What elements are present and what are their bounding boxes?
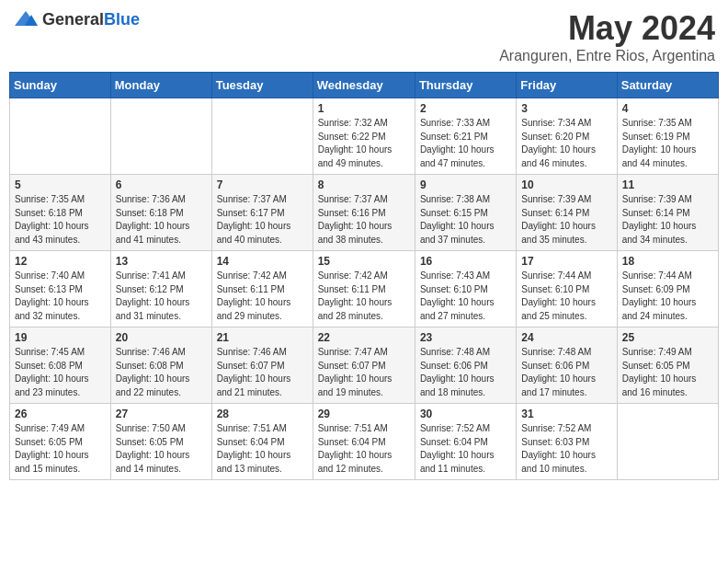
- calendar-day-cell: 24Sunrise: 7:48 AM Sunset: 6:06 PM Dayli…: [517, 327, 617, 404]
- calendar-day-cell: [10, 98, 111, 175]
- day-number: 2: [420, 102, 511, 115]
- day-number: 12: [15, 255, 106, 268]
- day-info: Sunrise: 7:46 AM Sunset: 6:08 PM Dayligh…: [116, 346, 207, 399]
- calendar-day-cell: 9Sunrise: 7:38 AM Sunset: 6:15 PM Daylig…: [415, 175, 516, 251]
- day-info: Sunrise: 7:45 AM Sunset: 6:08 PM Dayligh…: [15, 346, 106, 399]
- day-number: 26: [15, 408, 106, 420]
- calendar-day-cell: 7Sunrise: 7:37 AM Sunset: 6:17 PM Daylig…: [211, 175, 313, 251]
- logo-icon: [13, 9, 39, 29]
- day-number: 15: [318, 255, 410, 268]
- day-number: 21: [217, 331, 308, 344]
- day-info: Sunrise: 7:33 AM Sunset: 6:21 PM Dayligh…: [420, 117, 511, 170]
- col-monday: Monday: [110, 73, 211, 98]
- calendar-day-cell: 17Sunrise: 7:44 AM Sunset: 6:10 PM Dayli…: [517, 251, 617, 327]
- day-info: Sunrise: 7:51 AM Sunset: 6:04 PM Dayligh…: [318, 422, 410, 476]
- calendar-day-cell: 26Sunrise: 7:49 AM Sunset: 6:05 PM Dayli…: [10, 404, 111, 480]
- calendar-day-cell: 28Sunrise: 7:51 AM Sunset: 6:04 PM Dayli…: [211, 404, 313, 480]
- calendar-day-cell: 14Sunrise: 7:42 AM Sunset: 6:11 PM Dayli…: [211, 251, 313, 327]
- day-number: 16: [420, 255, 511, 268]
- day-info: Sunrise: 7:39 AM Sunset: 6:14 PM Dayligh…: [521, 193, 611, 247]
- calendar-day-cell: 2Sunrise: 7:33 AM Sunset: 6:21 PM Daylig…: [415, 98, 516, 175]
- day-info: Sunrise: 7:36 AM Sunset: 6:18 PM Dayligh…: [116, 193, 207, 247]
- location-title: Aranguren, Entre Rios, Argentina: [499, 48, 715, 64]
- col-friday: Friday: [517, 73, 617, 98]
- calendar-day-cell: 3Sunrise: 7:34 AM Sunset: 6:20 PM Daylig…: [517, 98, 617, 175]
- day-info: Sunrise: 7:44 AM Sunset: 6:10 PM Dayligh…: [521, 270, 611, 323]
- day-info: Sunrise: 7:32 AM Sunset: 6:22 PM Dayligh…: [318, 117, 410, 170]
- day-info: Sunrise: 7:34 AM Sunset: 6:20 PM Dayligh…: [521, 117, 611, 170]
- day-info: Sunrise: 7:39 AM Sunset: 6:14 PM Dayligh…: [622, 193, 713, 247]
- day-info: Sunrise: 7:37 AM Sunset: 6:17 PM Dayligh…: [217, 193, 308, 247]
- logo: GeneralBlue: [13, 9, 140, 29]
- calendar-week-row: 5Sunrise: 7:35 AM Sunset: 6:18 PM Daylig…: [10, 175, 719, 251]
- day-info: Sunrise: 7:42 AM Sunset: 6:11 PM Dayligh…: [217, 270, 308, 323]
- day-info: Sunrise: 7:48 AM Sunset: 6:06 PM Dayligh…: [420, 346, 511, 399]
- day-number: 1: [318, 102, 410, 115]
- day-number: 11: [622, 178, 713, 191]
- calendar-week-row: 1Sunrise: 7:32 AM Sunset: 6:22 PM Daylig…: [10, 98, 719, 175]
- logo-text: GeneralBlue: [42, 10, 140, 29]
- day-info: Sunrise: 7:37 AM Sunset: 6:16 PM Dayligh…: [318, 193, 410, 247]
- calendar-day-cell: 5Sunrise: 7:35 AM Sunset: 6:18 PM Daylig…: [10, 175, 111, 251]
- day-number: 6: [116, 178, 207, 191]
- day-info: Sunrise: 7:49 AM Sunset: 6:05 PM Dayligh…: [622, 346, 713, 399]
- calendar-day-cell: 23Sunrise: 7:48 AM Sunset: 6:06 PM Dayli…: [415, 327, 516, 404]
- day-number: 9: [420, 178, 511, 191]
- day-info: Sunrise: 7:43 AM Sunset: 6:10 PM Dayligh…: [420, 270, 511, 323]
- day-info: Sunrise: 7:35 AM Sunset: 6:19 PM Dayligh…: [622, 117, 713, 170]
- calendar-day-cell: 30Sunrise: 7:52 AM Sunset: 6:04 PM Dayli…: [415, 404, 516, 480]
- day-info: Sunrise: 7:50 AM Sunset: 6:05 PM Dayligh…: [116, 422, 207, 476]
- day-number: 19: [15, 331, 106, 344]
- day-number: 27: [116, 408, 207, 420]
- day-number: 5: [15, 178, 106, 191]
- day-number: 23: [420, 331, 511, 344]
- calendar-day-cell: 21Sunrise: 7:46 AM Sunset: 6:07 PM Dayli…: [211, 327, 313, 404]
- calendar-day-cell: [110, 98, 211, 175]
- col-sunday: Sunday: [10, 73, 111, 98]
- col-tuesday: Tuesday: [211, 73, 313, 98]
- day-info: Sunrise: 7:46 AM Sunset: 6:07 PM Dayligh…: [217, 346, 308, 399]
- day-number: 22: [318, 331, 410, 344]
- calendar-week-row: 26Sunrise: 7:49 AM Sunset: 6:05 PM Dayli…: [10, 404, 719, 480]
- day-number: 13: [116, 255, 207, 268]
- day-number: 31: [521, 408, 611, 420]
- day-info: Sunrise: 7:47 AM Sunset: 6:07 PM Dayligh…: [318, 346, 410, 399]
- col-saturday: Saturday: [617, 73, 718, 98]
- day-number: 3: [521, 102, 611, 115]
- day-info: Sunrise: 7:52 AM Sunset: 6:04 PM Dayligh…: [420, 422, 511, 476]
- day-info: Sunrise: 7:35 AM Sunset: 6:18 PM Dayligh…: [15, 193, 106, 247]
- day-info: Sunrise: 7:51 AM Sunset: 6:04 PM Dayligh…: [217, 422, 308, 476]
- day-number: 4: [622, 102, 713, 115]
- day-info: Sunrise: 7:49 AM Sunset: 6:05 PM Dayligh…: [15, 422, 106, 476]
- day-number: 14: [217, 255, 308, 268]
- calendar-day-cell: 13Sunrise: 7:41 AM Sunset: 6:12 PM Dayli…: [110, 251, 211, 327]
- day-info: Sunrise: 7:48 AM Sunset: 6:06 PM Dayligh…: [521, 346, 611, 399]
- day-number: 29: [318, 408, 410, 420]
- calendar-table: Sunday Monday Tuesday Wednesday Thursday…: [9, 72, 719, 480]
- calendar-day-cell: 4Sunrise: 7:35 AM Sunset: 6:19 PM Daylig…: [617, 98, 718, 175]
- calendar-day-cell: 19Sunrise: 7:45 AM Sunset: 6:08 PM Dayli…: [10, 327, 111, 404]
- calendar-header-row: Sunday Monday Tuesday Wednesday Thursday…: [10, 73, 719, 98]
- calendar-day-cell: 10Sunrise: 7:39 AM Sunset: 6:14 PM Dayli…: [517, 175, 617, 251]
- calendar-week-row: 19Sunrise: 7:45 AM Sunset: 6:08 PM Dayli…: [10, 327, 719, 404]
- day-number: 30: [420, 408, 511, 420]
- calendar-day-cell: 25Sunrise: 7:49 AM Sunset: 6:05 PM Dayli…: [617, 327, 718, 404]
- day-info: Sunrise: 7:41 AM Sunset: 6:12 PM Dayligh…: [116, 270, 207, 323]
- calendar-day-cell: 6Sunrise: 7:36 AM Sunset: 6:18 PM Daylig…: [110, 175, 211, 251]
- day-info: Sunrise: 7:38 AM Sunset: 6:15 PM Dayligh…: [420, 193, 511, 247]
- calendar-day-cell: 11Sunrise: 7:39 AM Sunset: 6:14 PM Dayli…: [617, 175, 718, 251]
- day-number: 28: [217, 408, 308, 420]
- day-number: 7: [217, 178, 308, 191]
- calendar-day-cell: 18Sunrise: 7:44 AM Sunset: 6:09 PM Dayli…: [617, 251, 718, 327]
- calendar-day-cell: 29Sunrise: 7:51 AM Sunset: 6:04 PM Dayli…: [313, 404, 415, 480]
- calendar-week-row: 12Sunrise: 7:40 AM Sunset: 6:13 PM Dayli…: [10, 251, 719, 327]
- calendar-day-cell: 15Sunrise: 7:42 AM Sunset: 6:11 PM Dayli…: [313, 251, 415, 327]
- col-wednesday: Wednesday: [313, 73, 415, 98]
- calendar-day-cell: 20Sunrise: 7:46 AM Sunset: 6:08 PM Dayli…: [110, 327, 211, 404]
- calendar-day-cell: 16Sunrise: 7:43 AM Sunset: 6:10 PM Dayli…: [415, 251, 516, 327]
- day-number: 24: [521, 331, 611, 344]
- day-info: Sunrise: 7:44 AM Sunset: 6:09 PM Dayligh…: [622, 270, 713, 323]
- month-title: May 2024: [499, 9, 715, 48]
- title-area: May 2024 Aranguren, Entre Rios, Argentin…: [499, 9, 715, 64]
- col-thursday: Thursday: [415, 73, 516, 98]
